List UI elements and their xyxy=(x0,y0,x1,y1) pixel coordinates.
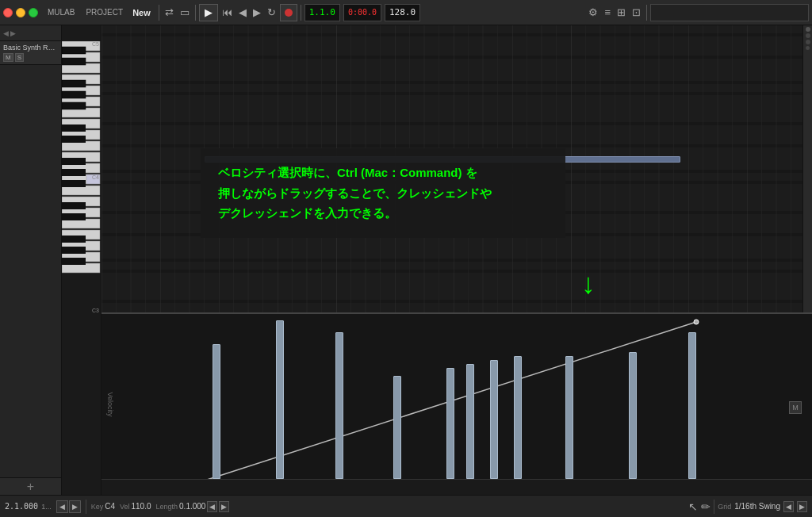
vel-group: Vel 110.0 xyxy=(120,502,151,511)
key-group: Key C4 xyxy=(91,502,115,511)
velocity-bar-7[interactable] xyxy=(514,356,522,479)
project-title: New xyxy=(128,8,155,17)
forward-button[interactable]: ▶ xyxy=(251,5,263,20)
piano-keys-container: C5 C4 C3 // Rendered via inline JS below xyxy=(62,41,101,439)
length-prev[interactable]: ◀ xyxy=(207,501,217,512)
velocity-bar-2[interactable] xyxy=(335,332,343,479)
grid-label: Grid xyxy=(718,503,731,511)
svg-rect-7 xyxy=(62,47,86,54)
track-name: Basic Synth Rack xyxy=(3,44,58,52)
c3-label: C3 xyxy=(92,308,99,313)
svg-rect-19 xyxy=(62,124,86,132)
mixer-btn[interactable]: ⚙ xyxy=(586,5,600,20)
velocity-bar-0[interactable] xyxy=(213,344,220,479)
velocity-bar-9[interactable] xyxy=(629,352,637,479)
svg-rect-35 xyxy=(62,258,86,265)
sep-2 xyxy=(195,5,196,21)
green-arrow: ↓ xyxy=(581,267,596,301)
main-area: ◀ ▶ Basic Synth Rack M S + C5 C4 C3 // R… xyxy=(0,25,812,495)
piano-svg: // Rendered via inline JS below xyxy=(62,41,102,438)
svg-rect-33 xyxy=(62,236,86,243)
c4-label: C4 xyxy=(92,174,99,180)
track-panel: ◀ ▶ Basic Synth Rack M S + xyxy=(0,25,62,495)
right-scroll-panel[interactable] xyxy=(802,25,812,312)
sep-1 xyxy=(159,5,159,21)
vel-label: Vel xyxy=(120,503,130,511)
svg-rect-31 xyxy=(62,202,86,209)
cursor-icon: ↖ xyxy=(688,500,698,513)
key-label: Key xyxy=(91,503,104,511)
scroll-arrow-right[interactable]: ▶ xyxy=(10,29,16,37)
equalizer-btn[interactable]: ≡ xyxy=(602,5,613,20)
svg-rect-11 xyxy=(62,102,86,109)
svg-rect-8 xyxy=(62,58,86,65)
velocity-bar-1[interactable] xyxy=(276,320,284,479)
nav-next[interactable]: ▶ xyxy=(69,500,81,513)
scroll-arrow-left[interactable]: ◀ xyxy=(3,29,9,37)
record-button[interactable] xyxy=(280,4,297,21)
grid-btn[interactable]: ⊞ xyxy=(615,5,628,20)
velocity-bar-5[interactable] xyxy=(466,364,474,479)
svg-rect-23 xyxy=(62,180,86,187)
window-minimize-btn[interactable] xyxy=(16,8,25,17)
status-sep-2 xyxy=(714,500,714,514)
grid-group: ↖ ✏ Grid 1/16th Swing ◀ ▶ xyxy=(688,500,807,514)
back-button[interactable]: ◀ xyxy=(236,5,249,20)
play-button[interactable]: ▶ xyxy=(199,4,218,21)
svg-rect-21 xyxy=(62,158,86,165)
mini-keyboard: // Will be rendered inline below xyxy=(650,4,809,21)
grid-next[interactable]: ▶ xyxy=(797,501,807,512)
velocity-bars-container xyxy=(102,314,812,479)
status-sep-1 xyxy=(86,500,86,514)
rec-circle xyxy=(285,9,293,17)
loop-btn[interactable]: ▭ xyxy=(178,5,192,20)
top-toolbar: MULAB PROJECT New ⇄ ▭ ▶ ⏮ ◀ ▶ ↻ 1.1.0 0:… xyxy=(0,0,812,25)
project-label: PROJECT xyxy=(82,8,126,17)
piano-keys: C5 C4 C3 // Rendered via inline JS below xyxy=(62,25,102,495)
svg-rect-10 xyxy=(62,91,86,98)
velocity-bar-10[interactable] xyxy=(688,332,696,479)
mulab-label: MULAB xyxy=(44,8,78,17)
position-value: 2.1.000 xyxy=(5,502,38,511)
track-mute-btn[interactable]: M xyxy=(3,53,13,62)
scroll-dot-1 xyxy=(806,27,810,32)
scroll-dot-3 xyxy=(806,40,810,44)
track-entry[interactable]: Basic Synth Rack M S xyxy=(0,41,61,65)
c5-label: C5 xyxy=(92,41,99,47)
sep-4 xyxy=(646,5,647,21)
velocity-bar-6[interactable] xyxy=(490,360,498,479)
m-button[interactable]: M xyxy=(789,401,802,414)
velocity-bar-4[interactable] xyxy=(446,368,454,479)
rewind-button[interactable]: ⏮ xyxy=(220,5,235,20)
track-header-row: ◀ ▶ xyxy=(0,25,61,41)
position-display: 1.1.0 xyxy=(304,4,340,21)
velocity-bar-8[interactable] xyxy=(565,356,573,479)
length-next[interactable]: ▶ xyxy=(219,501,229,512)
pencil-icon[interactable]: ✏ xyxy=(701,500,710,513)
time-display: 0:00.0 xyxy=(343,4,381,21)
track-solo-btn[interactable]: S xyxy=(15,53,24,62)
window-maximize-btn[interactable] xyxy=(29,8,38,17)
tooltip-line3: デクレッシェンドを入力できる。 xyxy=(218,206,396,220)
tooltip-text: ベロシティ選択時に、Ctrl (Mac：Command) を 押しながらドラッグ… xyxy=(218,163,548,224)
settings-btn[interactable]: ⊡ xyxy=(630,5,643,20)
add-track-btn[interactable]: + xyxy=(0,477,61,495)
grid-prev[interactable]: ◀ xyxy=(783,501,794,512)
piano-roll-area[interactable]: ベロシティ選択時に、Ctrl (Mac：Command) を 押しながらドラッグ… xyxy=(102,25,812,495)
length-label: Length xyxy=(156,503,178,511)
position-group: 2.1.000 1... xyxy=(5,502,52,511)
key-value: C4 xyxy=(105,502,115,511)
bottom-bar: 2.1.000 1... ◀ ▶ Key C4 Vel 110.0 Length… xyxy=(0,495,812,517)
shuffle-btn[interactable]: ⇄ xyxy=(163,5,176,20)
window-close-btn[interactable] xyxy=(3,8,13,17)
nav-prev[interactable]: ◀ xyxy=(56,500,68,513)
svg-rect-20 xyxy=(62,136,86,143)
tooltip-line1: ベロシティ選択時に、Ctrl (Mac：Command) を xyxy=(218,166,477,179)
grid-value: 1/16th Swing xyxy=(734,502,780,511)
m-label: M xyxy=(792,404,799,412)
refresh-btn[interactable]: ↻ xyxy=(265,5,278,20)
tooltip-line2: 押しながらドラッグすることで、クレッシェンドや xyxy=(218,186,492,200)
svg-rect-22 xyxy=(62,169,86,176)
bpm-display[interactable]: 128.0 xyxy=(385,4,420,21)
velocity-bar-3[interactable] xyxy=(393,376,401,479)
